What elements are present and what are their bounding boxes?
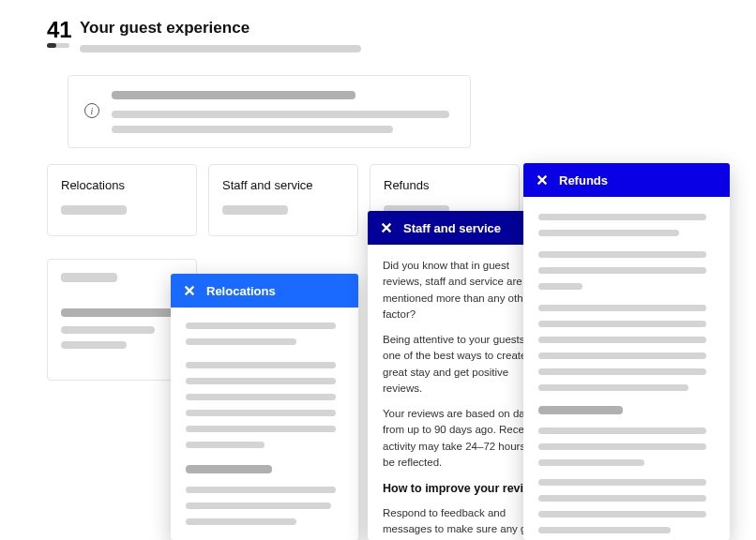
card-title: Refunds	[384, 178, 506, 192]
info-icon: i	[84, 103, 99, 118]
card-relocations[interactable]: Relocations	[47, 164, 197, 236]
score-progress	[47, 43, 69, 48]
panel-relocations: Relocations	[171, 274, 358, 540]
card-title: Staff and service	[222, 178, 344, 192]
close-icon[interactable]	[182, 283, 197, 298]
panel-refunds: Refunds	[523, 163, 730, 540]
close-icon[interactable]	[535, 172, 550, 188]
panel-header: Relocations	[171, 274, 358, 308]
panel-header: Refunds	[523, 163, 730, 197]
card-title: Relocations	[61, 178, 183, 192]
panel-body	[171, 308, 358, 540]
panel-body	[523, 197, 730, 540]
info-card	[68, 75, 471, 148]
close-icon[interactable]	[379, 220, 394, 235]
page-title: Your guest experience	[80, 19, 249, 38]
score-value: 41	[47, 17, 72, 43]
subtitle-placeholder	[80, 45, 361, 52]
panel-title: Staff and service	[403, 221, 501, 235]
card-staff[interactable]: Staff and service	[208, 164, 358, 236]
panel-title: Relocations	[206, 284, 276, 298]
panel-title: Refunds	[559, 173, 608, 188]
